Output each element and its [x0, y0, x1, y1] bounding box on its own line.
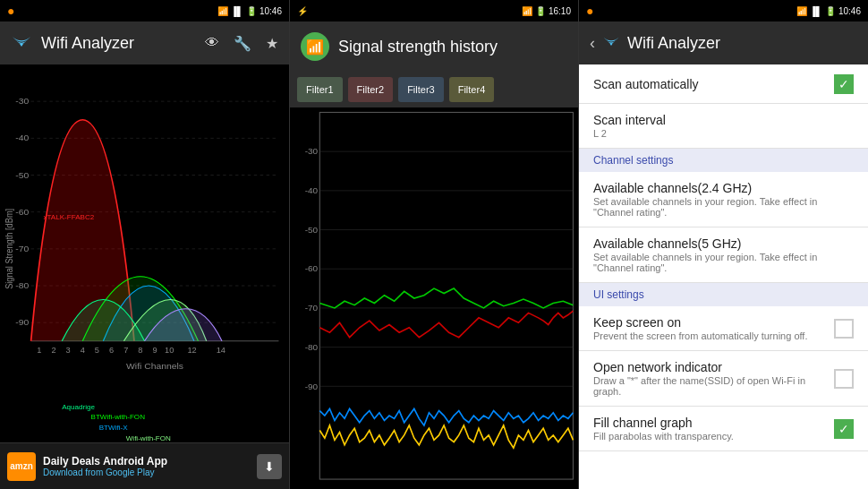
battery-icon: 🔋 [246, 6, 257, 16]
time-2: 16:10 [549, 6, 571, 16]
eye-icon[interactable]: 👁 [205, 35, 219, 51]
star-icon[interactable]: ★ [266, 35, 278, 52]
settings-scan-auto-text: Scan automatically [593, 77, 834, 91]
back-button[interactable]: ‹ [590, 34, 595, 53]
settings-scan-auto[interactable]: Scan automatically ✓ [579, 64, 868, 104]
svg-text:-70: -70 [305, 303, 319, 313]
wifi-icon-3: 📶 [796, 6, 807, 16]
wrench-icon[interactable]: 🔧 [234, 35, 251, 52]
settings-app-bar: ‹ Wifi Analyzer [579, 21, 868, 64]
svg-text:-50: -50 [15, 170, 30, 179]
svg-text:6: 6 [109, 347, 114, 355]
settings-open-network-title: Open network indicator [593, 360, 834, 374]
signal-history-header: 📶 Signal strength history [290, 21, 578, 72]
status-bar-1: ● 📶 ▐▌ 🔋 10:46 [0, 0, 289, 21]
settings-scan-interval[interactable]: Scan interval L 2 [579, 104, 868, 149]
usb-icon: ⚡ [297, 6, 308, 16]
ad-logo: amzn [7, 452, 36, 481]
svg-text:Wifi Channels: Wifi Channels [126, 361, 183, 370]
settings-scan-auto-title: Scan automatically [593, 77, 834, 91]
filter-btn-4[interactable]: Filter4 [449, 77, 495, 102]
svg-text:Wifi-with-FON: Wifi-with-FON [126, 434, 171, 442]
svg-rect-36 [290, 107, 578, 489]
wifi-channel-svg: Signal Strength [dBm] -30 -40 -50 -60 -7… [0, 64, 289, 442]
keep-screen-checkbox[interactable] [834, 319, 854, 339]
fill-graph-checkbox[interactable]: ✓ [834, 419, 854, 439]
ad-logo-text: amzn [10, 461, 33, 471]
svg-text:-90: -90 [15, 318, 30, 327]
app-bar-icons-1: 👁 🔧 ★ [205, 35, 278, 52]
settings-channels-5-text: Available channels(5 GHz) Set available … [593, 236, 854, 273]
settings-open-network[interactable]: Open network indicator Draw a "*" after … [579, 351, 868, 407]
signal-history-icon: 📶 [301, 32, 329, 61]
svg-text:2: 2 [51, 347, 55, 355]
wifi-logo-icon [11, 30, 32, 56]
settings-fill-graph-text: Fill channel graph Fill parabolas with t… [593, 416, 834, 442]
svg-text:-50: -50 [305, 225, 319, 235]
signal-bars-icon: ▐▌ [231, 6, 243, 16]
svg-text:Signal Strength [dBm]: Signal Strength [dBm] [4, 209, 14, 289]
settings-channels-24[interactable]: Available channels(2.4 GHz) Set availabl… [579, 172, 868, 227]
download-button[interactable]: ⬇ [257, 454, 282, 479]
panel-wifi-analyzer: ● 📶 ▐▌ 🔋 10:46 Wifi Analyzer 👁 🔧 ★ [0, 0, 289, 489]
settings-keep-screen-text: Keep screen on Prevent the screen from a… [593, 315, 834, 341]
settings-fill-graph[interactable]: Fill channel graph Fill parabolas with t… [579, 407, 868, 451]
svg-text:xTALK-FFABC2: xTALK-FFABC2 [43, 213, 94, 220]
signal-history-title: Signal strength history [338, 38, 498, 56]
settings-keep-screen-title: Keep screen on [593, 315, 834, 330]
settings-title: Wifi Analyzer [627, 34, 857, 53]
panel-settings: ● 📶 ▐▌ 🔋 10:46 ‹ Wifi Analyzer Scan auto… [578, 0, 868, 489]
svg-text:-80: -80 [15, 281, 30, 290]
signal-icon-2: 📶 [522, 6, 532, 16]
svg-text:-70: -70 [15, 244, 30, 253]
signal-3: ▐▌ [810, 6, 822, 16]
status-left-icon: ● [7, 4, 14, 18]
status-icons-2: 📶 🔋 16:10 [522, 6, 571, 16]
signal-graph-container: -30 -40 -50 -60 -70 -80 -90 [290, 107, 578, 489]
time-3: 10:46 [838, 6, 861, 16]
filter-bar: Filter1 Filter2 Filter3 Filter4 [290, 72, 578, 107]
filter-btn-1[interactable]: Filter1 [297, 77, 343, 102]
svg-text:-60: -60 [15, 207, 30, 216]
ad-title: Daily Deals Android App [43, 455, 250, 468]
settings-channels-24-subtitle: Set available channels in your region. T… [593, 196, 854, 218]
settings-open-network-subtitle: Draw a "*" after the name(SSID) of open … [593, 375, 834, 397]
settings-channels-5-subtitle: Set available channels in your region. T… [593, 252, 854, 273]
svg-text:10: 10 [165, 347, 174, 355]
settings-keep-screen[interactable]: Keep screen on Prevent the screen from a… [579, 306, 868, 351]
app-title-1: Wifi Analyzer [41, 34, 196, 53]
status-icons-3: 📶 ▐▌ 🔋 10:46 [796, 6, 861, 16]
ad-subtitle: Download from Google Play [43, 468, 250, 477]
svg-text:-40: -40 [15, 133, 30, 142]
settings-channels-24-text: Available channels(2.4 GHz) Set availabl… [593, 181, 854, 218]
open-network-checkbox[interactable] [834, 369, 854, 389]
settings-fill-graph-title: Fill channel graph [593, 416, 834, 430]
svg-text:-30: -30 [15, 97, 30, 106]
ui-settings-header: UI settings [579, 283, 868, 306]
svg-text:7: 7 [123, 347, 128, 355]
svg-text:-40: -40 [305, 185, 319, 195]
svg-text:8: 8 [138, 347, 142, 355]
scan-auto-checkbox[interactable]: ✓ [834, 74, 854, 94]
settings-scan-interval-title: Scan interval [593, 113, 854, 127]
settings-open-network-text: Open network indicator Draw a "*" after … [593, 360, 834, 397]
panel-signal-history: ⚡ 📶 🔋 16:10 📶 Signal strength history Fi… [289, 0, 578, 489]
app-bar-1: Wifi Analyzer 👁 🔧 ★ [0, 21, 289, 64]
ad-banner[interactable]: amzn Daily Deals Android App Download fr… [0, 442, 289, 489]
svg-text:BTWifi-X: BTWifi-X [99, 424, 128, 431]
ad-content: Daily Deals Android App Download from Go… [43, 455, 250, 477]
settings-channels-5[interactable]: Available channels(5 GHz) Set available … [579, 227, 868, 283]
status-icons-1: 📶 ▐▌ 🔋 10:46 [217, 6, 282, 16]
time-1: 10:46 [260, 6, 282, 16]
svg-text:9: 9 [152, 347, 157, 355]
svg-text:Aquadrige: Aquadrige [62, 403, 95, 410]
settings-channels-24-title: Available channels(2.4 GHz) [593, 181, 854, 195]
svg-text:12: 12 [187, 347, 196, 355]
svg-text:5: 5 [95, 347, 99, 355]
svg-text:14: 14 [217, 347, 226, 355]
filter-btn-3[interactable]: Filter3 [398, 77, 444, 102]
filter-btn-2[interactable]: Filter2 [348, 77, 394, 102]
svg-text:1: 1 [37, 347, 41, 355]
status-bar-2: ⚡ 📶 🔋 16:10 [290, 0, 578, 21]
settings-fill-graph-subtitle: Fill parabolas with transparency. [593, 431, 834, 442]
